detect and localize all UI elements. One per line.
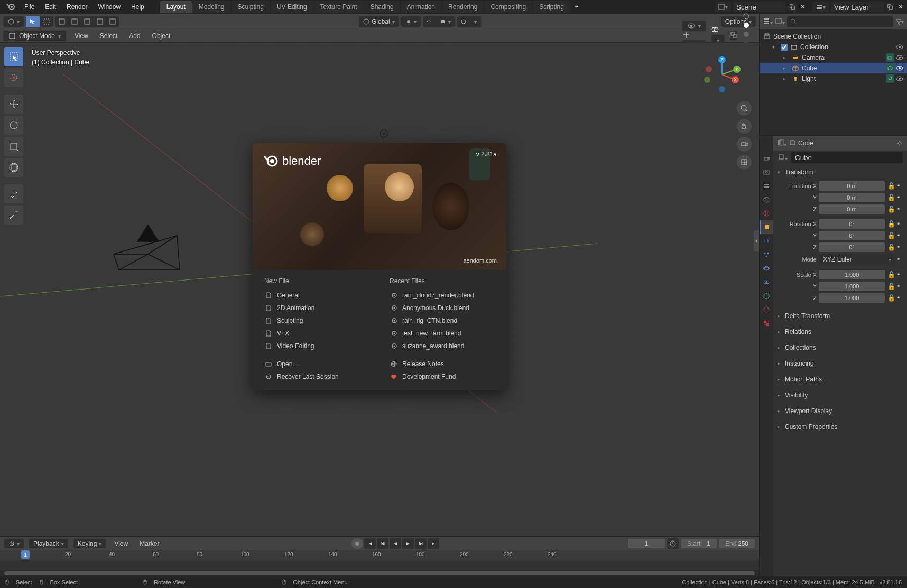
location-y-input[interactable]: 0 m bbox=[819, 193, 885, 202]
prop-tab-view-layer[interactable] bbox=[760, 179, 773, 193]
view-layer-browse-button[interactable] bbox=[812, 2, 829, 12]
menu-window[interactable]: Window bbox=[92, 1, 126, 13]
autokey-toggle-icon[interactable] bbox=[351, 538, 363, 549]
tool-annotate[interactable] bbox=[4, 184, 23, 203]
start-frame-input[interactable]: Start1 bbox=[681, 539, 717, 548]
tab-texture-paint[interactable]: Texture Paint bbox=[314, 1, 364, 13]
lock-icon[interactable]: 🔓 bbox=[887, 232, 895, 239]
tab-compositing[interactable]: Compositing bbox=[484, 1, 532, 13]
shading-material-icon[interactable] bbox=[743, 31, 756, 40]
keyframe-prev-icon[interactable] bbox=[377, 538, 388, 549]
panel-collections[interactable]: ▸Collections bbox=[778, 342, 903, 353]
keying-menu[interactable]: Keying bbox=[73, 539, 106, 548]
outliner-cube[interactable]: ▸ Cube bbox=[760, 63, 907, 73]
eye-icon[interactable] bbox=[895, 53, 904, 62]
proportional-settings-dropdown[interactable] bbox=[470, 16, 481, 27]
collection-checkbox[interactable] bbox=[781, 44, 788, 51]
new-general[interactable]: General bbox=[262, 289, 372, 302]
outliner-light[interactable]: ▸ Light bbox=[760, 73, 907, 84]
release-notes[interactable]: Release Notes bbox=[387, 358, 497, 370]
recent-file-0[interactable]: rain_cloud7_render.blend bbox=[387, 289, 497, 302]
new-sculpting[interactable]: Sculpting bbox=[262, 314, 372, 327]
select-tool-icon[interactable] bbox=[26, 16, 40, 27]
tool-rotate[interactable] bbox=[4, 116, 23, 135]
lock-icon[interactable]: 🔓 bbox=[887, 194, 895, 201]
recent-file-3[interactable]: test_new_farm.blend bbox=[387, 327, 497, 340]
prop-tab-world[interactable] bbox=[760, 207, 773, 220]
timeline-ruler[interactable]: 1 20406080100120140160180200220240 bbox=[0, 550, 759, 560]
tab-animation[interactable]: Animation bbox=[401, 1, 441, 13]
outliner-search[interactable] bbox=[787, 16, 893, 27]
panel-instancing[interactable]: ▸Instancing bbox=[778, 358, 903, 369]
pan-icon[interactable] bbox=[737, 119, 752, 134]
playback-menu[interactable]: Playback bbox=[29, 539, 68, 548]
cursor-tool-icon[interactable] bbox=[40, 16, 53, 27]
snap-icon-5[interactable] bbox=[106, 16, 119, 27]
gizmo-toggle-icon[interactable] bbox=[682, 31, 706, 40]
scene-delete-icon[interactable]: ✕ bbox=[799, 3, 807, 11]
jump-start-icon[interactable] bbox=[364, 538, 376, 549]
data-icon[interactable] bbox=[886, 53, 894, 62]
menu-render[interactable]: Render bbox=[61, 1, 92, 13]
prop-tab-object[interactable] bbox=[760, 220, 773, 234]
snap-settings-dropdown[interactable] bbox=[436, 16, 455, 27]
panel-custom-properties[interactable]: ▸Custom Properties bbox=[778, 421, 903, 433]
rotation-y-input[interactable]: 0° bbox=[819, 231, 885, 240]
prop-tab-texture[interactable] bbox=[760, 316, 773, 330]
tool-transform[interactable] bbox=[4, 158, 23, 177]
eye-icon[interactable] bbox=[895, 64, 904, 72]
panel-viewport-display[interactable]: ▸Viewport Display bbox=[778, 405, 903, 417]
panel-motion-paths[interactable]: ▸Motion Paths bbox=[778, 374, 903, 385]
data-icon[interactable] bbox=[886, 64, 894, 72]
end-frame-input[interactable]: End250 bbox=[719, 539, 755, 548]
sidebar-toggle[interactable]: ‹ bbox=[754, 230, 759, 251]
scene-name-input[interactable] bbox=[733, 2, 786, 12]
play-reverse-icon[interactable] bbox=[390, 538, 401, 549]
visibility-dropdown[interactable] bbox=[682, 21, 706, 31]
snap-icon[interactable] bbox=[55, 16, 68, 27]
tool-cursor[interactable] bbox=[4, 68, 23, 87]
scale-z-input[interactable]: 1.000 bbox=[819, 293, 885, 303]
mode-dropdown[interactable]: Object Mode bbox=[3, 31, 66, 41]
scene-new-icon[interactable] bbox=[788, 3, 797, 11]
recover-session[interactable]: Recover Last Session bbox=[262, 370, 372, 383]
prop-tab-data[interactable] bbox=[760, 289, 773, 303]
proportional-toggle-icon[interactable] bbox=[457, 16, 470, 27]
filter-icon[interactable] bbox=[895, 17, 904, 26]
timeline-track[interactable]: 1 20406080100120140160180200220240 bbox=[0, 550, 759, 570]
menu-edit[interactable]: Edit bbox=[40, 1, 61, 13]
pivot-dropdown[interactable] bbox=[401, 16, 421, 27]
tab-modeling[interactable]: Modeling bbox=[192, 1, 231, 13]
preview-range-icon[interactable] bbox=[667, 538, 679, 549]
view-layer-name-input[interactable] bbox=[831, 2, 884, 12]
play-icon[interactable] bbox=[402, 538, 414, 549]
outliner-display-dropdown[interactable] bbox=[775, 17, 785, 26]
outliner-editor-dropdown[interactable] bbox=[763, 17, 773, 26]
lock-icon[interactable]: 🔓 bbox=[887, 182, 895, 190]
overlay-toggle-icon[interactable] bbox=[711, 26, 725, 35]
location-z-input[interactable]: 0 m bbox=[819, 204, 885, 214]
view-layer-new-icon[interactable] bbox=[886, 3, 894, 11]
shading-wireframe-icon[interactable] bbox=[743, 13, 756, 22]
prop-tab-render[interactable] bbox=[760, 152, 773, 165]
nav-gizmo[interactable]: X Y Z bbox=[701, 53, 743, 96]
panel-delta-transform[interactable]: ▸Delta Transform bbox=[778, 310, 903, 322]
tab-shading[interactable]: Shading bbox=[364, 1, 400, 13]
keyframe-next-icon[interactable] bbox=[415, 538, 427, 549]
scale-x-input[interactable]: 1.000 bbox=[819, 270, 885, 279]
scene-browse-button[interactable] bbox=[715, 2, 731, 12]
tool-move[interactable] bbox=[4, 95, 23, 114]
location-x-input[interactable]: 0 m bbox=[819, 181, 885, 191]
data-icon[interactable] bbox=[886, 74, 894, 83]
snap-icon-4[interactable] bbox=[94, 16, 106, 27]
shading-solid-icon[interactable] bbox=[743, 22, 756, 31]
prop-tab-scene[interactable] bbox=[760, 193, 773, 207]
new-vfx[interactable]: VFX bbox=[262, 327, 372, 340]
current-frame-input[interactable]: 1 bbox=[628, 539, 665, 548]
recent-file-4[interactable]: suzanne_award.blend bbox=[387, 340, 497, 352]
timeline-marker-menu[interactable]: Marker bbox=[136, 538, 162, 549]
prop-tab-output[interactable] bbox=[760, 165, 773, 179]
editor-type-dropdown[interactable] bbox=[3, 16, 24, 27]
open-file[interactable]: Open... bbox=[262, 358, 372, 370]
orientation-dropdown[interactable]: Global bbox=[359, 16, 399, 27]
